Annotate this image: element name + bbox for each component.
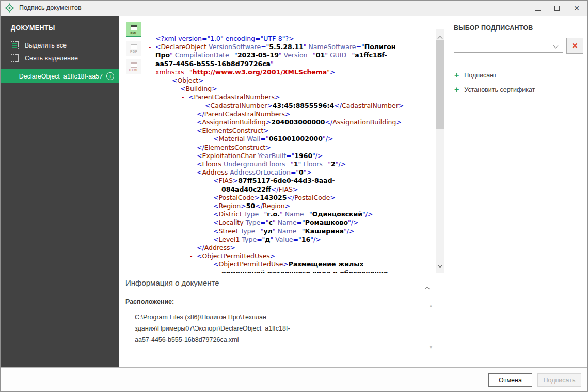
xml-preview: <?xml version="1.0" encoding="UTF-8"?>-<… <box>149 35 434 273</box>
red-x-icon: ✕ <box>571 41 578 51</box>
collapse-node-marker[interactable]: - <box>149 43 151 51</box>
format-button-label: HTML <box>129 68 138 72</box>
xml-line: </ElementsConstruct> <box>149 144 434 152</box>
titlebar: Подпись документов ✕ <box>1 1 587 16</box>
xml-line: <Floors UndergroundFloors="1" Floors="2"… <box>149 160 434 168</box>
section-divider <box>125 292 437 292</box>
plus-icon: + <box>454 86 459 94</box>
format-button-label: XML <box>130 31 138 35</box>
window-glyph-icon <box>131 25 137 30</box>
maximize-button[interactable] <box>547 1 567 16</box>
maximize-icon <box>554 6 560 11</box>
xml-line: </Address> <box>149 244 434 252</box>
format-button-pdf[interactable]: PDF <box>126 41 141 56</box>
plus-icon: + <box>454 71 459 80</box>
sidebar-actions: Выделить всеСнять выделение <box>1 39 119 65</box>
documents-sidebar: ДОКУМЕНТЫ Выделить всеСнять выделение De… <box>1 16 119 367</box>
footer-bar: Отмена Подписать <box>1 367 588 392</box>
collapse-node-marker[interactable]: - <box>165 76 168 85</box>
location-label: Расположение: <box>125 298 174 305</box>
xml-line: помещений различного вида и обеспечение <box>149 269 434 273</box>
collapse-node-marker[interactable]: - <box>190 127 193 135</box>
format-button-xml[interactable]: XML <box>126 22 141 37</box>
collapse-node-marker[interactable]: - <box>173 85 176 93</box>
xml-line: </ParentCadastralNumbers> <box>149 110 434 118</box>
sign-documents-window: Подпись документов ✕ ДОКУМЕНТЫ Выделить … <box>0 0 588 392</box>
scroll-down-icon[interactable] <box>438 260 442 269</box>
window-controls: ✕ <box>528 1 586 16</box>
sidebar-item-label: Снять выделение <box>25 55 78 62</box>
scrollbar-thumb[interactable] <box>436 40 444 129</box>
clear-selection-icon <box>11 54 19 62</box>
xml-line: -<ParentCadastralNumbers> <box>149 93 434 101</box>
signer-combobox[interactable] <box>454 39 563 53</box>
document-path: C:\Program Files (x86)\Полигон Про\Техпл… <box>135 311 416 346</box>
sidebar-item-document-selected[interactable]: DeclareObject_a1ffc18f-aa57 i <box>1 69 119 83</box>
xml-line: <Level1 Type="д" Value="16"/> <box>149 236 434 244</box>
xml-line: -<Address AddressOrLocation="0"> <box>149 168 434 177</box>
clear-signer-button[interactable]: ✕ <box>566 38 583 54</box>
format-button-label: PDF <box>130 50 137 53</box>
document-path-line: aa57-4456-b555-16b8d79726ca.xml <box>135 334 416 346</box>
window-glyph-icon <box>131 62 137 68</box>
xml-line: -<Building> <box>149 85 434 93</box>
minimize-icon <box>535 10 541 11</box>
collapse-node-marker[interactable]: - <box>190 252 193 260</box>
info-scroll-down-icon[interactable]: ▼ <box>428 344 433 350</box>
xml-line: <Material Wall="061001002000"/> <box>149 135 434 143</box>
xml-line: 084ad40c22ff</FIAS> <box>149 185 434 194</box>
collapse-node-marker[interactable]: - <box>182 93 184 101</box>
chevron-up-icon <box>425 287 430 292</box>
minimize-button[interactable] <box>528 1 547 16</box>
signers-panel: ВЫБОР ПОДПИСАНТОВ ✕ + Подписант + Устано… <box>446 16 588 367</box>
xml-line: -<Object> <box>149 76 434 85</box>
xml-scrollbar[interactable] <box>436 29 444 273</box>
xml-line: <Street Type="ул" Name="Каширина"/> <box>149 227 434 236</box>
sidebar-item-label: Выделить все <box>25 42 67 49</box>
info-icon[interactable]: i <box>106 72 114 80</box>
xml-line: <Region>50</Region> <box>149 202 434 210</box>
chevron-down-icon[interactable] <box>553 43 559 49</box>
signers-panel-title: ВЫБОР ПОДПИСАНТОВ <box>454 24 533 32</box>
xml-line: Про" CompilationDate="2023-05-19" Versio… <box>149 51 434 59</box>
xml-line: <CadastralNumber>43:45:8855596:4</Cadast… <box>149 102 434 110</box>
xml-line: <FIAS>87ff5117-6de0-44d3-8aad- <box>149 177 434 185</box>
xml-line: -<ElementsConstruct> <box>149 127 434 135</box>
sidebar-item-select-all[interactable]: Выделить все <box>1 39 119 52</box>
xml-line: <PostalCode>143025</PostalCode> <box>149 194 434 202</box>
format-button-html[interactable]: HTML <box>126 59 141 74</box>
xml-line: -<DeclareObject VersionSoftware="5.5.28.… <box>149 43 434 51</box>
select-all-icon <box>11 41 19 49</box>
sign-button[interactable]: Подписать <box>537 373 581 387</box>
xml-line: <ExploitationChar YearBuilt="1960"/> <box>149 152 434 160</box>
document-label: DeclareObject_a1ffc18f-aa57 <box>19 73 103 80</box>
sidebar-item-clear-selection[interactable]: Снять выделение <box>1 52 119 65</box>
info-scroll-up-icon[interactable]: ▲ <box>428 303 433 308</box>
xml-line: -<ObjectPermittedUses> <box>149 252 434 260</box>
signer-combobox-input[interactable] <box>456 40 551 53</box>
document-viewer: XMLPDFHTML <?xml version="1.0" encoding=… <box>119 16 446 367</box>
install-certificate-button[interactable]: + Установить сертификат <box>454 86 535 94</box>
xml-line: xmlns:xs="http://www.w3.org/2001/XMLSche… <box>149 68 434 76</box>
document-path-line: C:\Program Files (x86)\Полигон Про\Техпл… <box>135 311 416 334</box>
xml-line: <District Type="г.о." Name="Одинцовский"… <box>149 210 434 218</box>
window-glyph-icon <box>131 44 137 49</box>
close-icon: ✕ <box>574 5 580 12</box>
info-section-title: Информация о документе <box>125 278 219 287</box>
xml-line: <AssignationBuilding>204003000000</Assig… <box>149 118 434 127</box>
xml-line: aa57-4456-b555-16b8d79726ca" <box>149 60 434 68</box>
xml-line: <?xml version="1.0" encoding="UTF-8"?> <box>149 35 434 43</box>
sidebar-header: ДОКУМЕНТЫ <box>11 24 119 32</box>
xml-line: <Locality Type="с" Name="Ромашково"/> <box>149 218 434 227</box>
window-title: Подпись документов <box>19 4 82 11</box>
add-signer-button[interactable]: + Подписант <box>454 71 497 80</box>
collapse-node-marker[interactable]: - <box>190 168 193 177</box>
app-compass-icon <box>5 3 14 13</box>
cancel-button[interactable]: Отмена <box>488 373 532 387</box>
xml-line: <ObjectPermittedUse>Размещение жилых <box>149 260 434 269</box>
close-button[interactable]: ✕ <box>567 1 586 16</box>
format-toolbar: XMLPDFHTML <box>126 22 141 78</box>
